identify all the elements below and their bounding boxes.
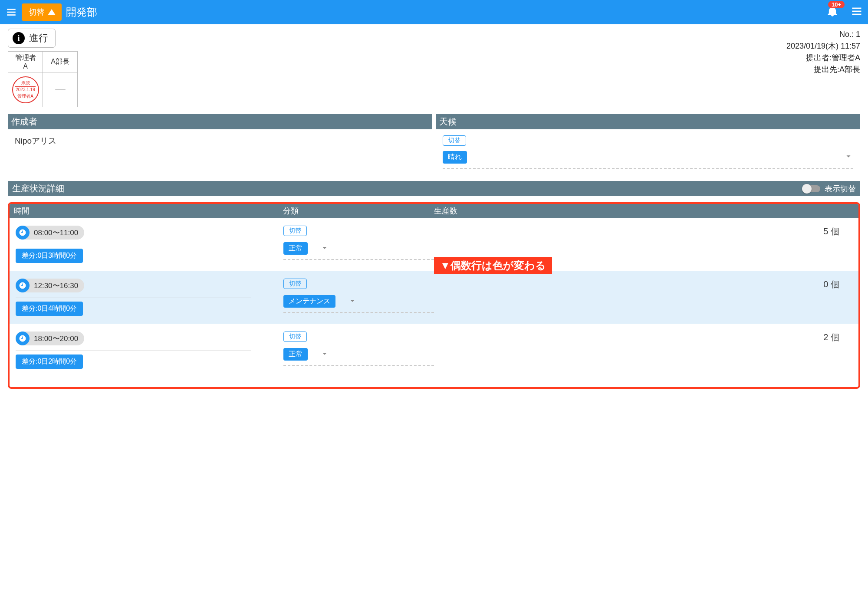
empty-stamp-icon [55, 89, 66, 90]
status-label: 進行 [29, 32, 48, 45]
category-chip[interactable]: 正常 [283, 348, 308, 361]
time-pill[interactable]: 08:00〜11:00 [16, 226, 84, 240]
weather-switch-button[interactable]: 切替 [443, 135, 466, 146]
chevron-down-icon[interactable] [320, 243, 329, 254]
col-qty-header: 生産数 [434, 206, 854, 216]
recipient: A部長 [839, 65, 860, 74]
category-chip[interactable]: メンテナンス [283, 295, 335, 308]
table-row: 18:00〜20:00 差分:0日2時間0分 切替 正常 2 個 [10, 324, 858, 377]
approver-b-cell[interactable] [43, 72, 78, 107]
approver-b-header: A部長 [43, 52, 78, 72]
annotation-label: ▼偶数行は色が変わる [434, 257, 552, 274]
switch-group-label: 切替 [29, 7, 44, 17]
clock-icon [16, 279, 30, 292]
report-no: 1 [856, 30, 860, 39]
category-switch-button[interactable]: 切替 [283, 226, 307, 236]
col-category-header: 分類 [283, 206, 434, 216]
chevron-down-icon[interactable] [320, 349, 329, 360]
creator-value: Nipoアリス [8, 129, 432, 153]
diff-chip: 差分:0日3時間0分 [16, 249, 83, 263]
clock-icon [16, 332, 30, 345]
approval-stamp: 承認 2023.1.19 管理者A [12, 76, 39, 103]
col-time-header: 時間 [14, 206, 283, 216]
table-header-row: 時間 分類 生産数 [10, 204, 858, 218]
table-row: 12:30〜16:30 差分:0日4時間0分 切替 メンテナンス 0 個 [10, 271, 858, 324]
report-meta: No.: 1 2023/01/19(木) 11:57 提出者:管理者A 提出先:… [786, 29, 860, 76]
creator-section-header: 作成者 [8, 114, 432, 129]
diff-chip: 差分:0日2時間0分 [16, 355, 83, 369]
info-icon: i [13, 32, 25, 44]
time-pill[interactable]: 12:30〜16:30 [16, 279, 84, 292]
submitter: 管理者A [832, 53, 860, 62]
switch-group-button[interactable]: 切替 [22, 3, 62, 21]
time-pill[interactable]: 18:00〜20:00 [16, 332, 84, 345]
notification-badge: 10+ [828, 1, 845, 8]
menu-icon[interactable] [5, 6, 17, 18]
top-meta-row: i 進行 管理者A A部長 承認 2023.1.19 管理者A [8, 29, 860, 107]
triangle-up-icon [48, 9, 56, 15]
clock-icon [16, 226, 30, 240]
chevron-down-icon[interactable] [844, 151, 853, 163]
approver-a-header: 管理者A [8, 52, 43, 72]
approval-table: 管理者A A部長 承認 2023.1.19 管理者A [8, 51, 78, 107]
app-header: 切替 開発部 10+ [0, 0, 868, 24]
weather-chip[interactable]: 晴れ [443, 151, 467, 164]
detail-table-highlight: 時間 分類 生産数 08:00〜11:00 差分:0日3時間0分 切替 正常 [8, 202, 860, 389]
report-datetime: 2023/01/19(木) 11:57 [786, 40, 860, 52]
category-switch-button[interactable]: 切替 [283, 332, 307, 342]
page-title: 開発部 [66, 5, 97, 19]
display-toggle[interactable] [803, 185, 820, 192]
qty-value: 2 個 [434, 332, 852, 343]
qty-value: 0 個 [434, 279, 852, 290]
status-card[interactable]: i 進行 [8, 29, 56, 48]
weather-section-header: 天候 [436, 114, 860, 129]
category-switch-button[interactable]: 切替 [283, 279, 307, 289]
notification-button[interactable]: 10+ [826, 5, 838, 19]
qty-value: 5 個 [434, 226, 852, 237]
chevron-down-icon[interactable] [348, 296, 357, 307]
detail-section-header: 生産状況詳細 表示切替 [8, 181, 860, 196]
right-menu-icon[interactable] [851, 5, 863, 19]
diff-chip: 差分:0日4時間0分 [16, 302, 83, 316]
approver-a-cell[interactable]: 承認 2023.1.19 管理者A [8, 72, 43, 107]
display-toggle-label: 表示切替 [825, 184, 856, 194]
category-chip[interactable]: 正常 [283, 242, 308, 255]
